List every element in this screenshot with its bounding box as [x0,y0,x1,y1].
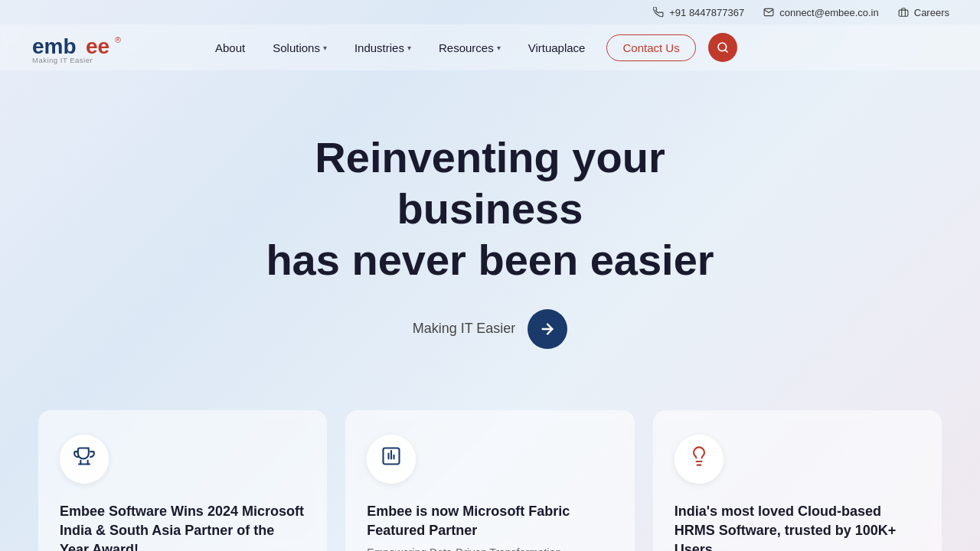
svg-rect-0 [899,10,908,16]
careers-label: Careers [914,7,949,18]
card-icon-wrap-1 [60,435,109,484]
nav-solutions[interactable]: Solutions ▾ [260,35,339,60]
hero-subtitle: Making IT Easier [413,321,516,337]
card-award[interactable]: Embee Software Wins 2024 Microsoft India… [38,410,327,551]
email-address: connect@embee.co.in [779,7,879,18]
phone-icon [652,6,665,18]
lightbulb-icon [688,445,710,472]
svg-text:®: ® [115,35,121,44]
main-nav: About Solutions ▾ Industries ▾ Resources… [203,33,949,62]
phone-number: +91 8447877367 [669,7,744,18]
card-fabric[interactable]: Embee is now Microsoft Fabric Featured P… [345,410,634,551]
logo[interactable]: emb ee ® Making IT Easier [31,31,157,64]
hero-subtitle-row: Making IT Easier [31,309,949,349]
svg-text:emb: emb [32,34,77,58]
card-sub-2: Empowering Data-Driven Transformation... [367,546,612,551]
card-icon-wrap-2 [367,435,416,484]
industries-chevron: ▾ [407,44,411,52]
email-item[interactable]: connect@embee.co.in [763,6,879,18]
phone-item[interactable]: +91 8447877367 [652,6,744,18]
header: emb ee ® Making IT Easier About Solution… [0,24,980,70]
hero-arrow-button[interactable] [528,309,567,349]
card-title-1: Embee Software Wins 2024 Microsoft India… [60,502,305,551]
nav-virtuaplace[interactable]: Virtuaplace [516,35,598,60]
trophy-icon [74,445,95,472]
solutions-chevron: ▾ [323,44,327,52]
cards-section: Embee Software Wins 2024 Microsoft India… [0,410,980,551]
svg-text:Making IT Easier: Making IT Easier [32,56,93,64]
search-button[interactable] [708,33,737,62]
logo-image: emb ee ® Making IT Easier [31,31,157,64]
nav-industries[interactable]: Industries ▾ [342,35,423,60]
card-title-2: Embee is now Microsoft Fabric Featured P… [367,502,612,540]
card-icon-wrap-3 [675,435,724,484]
card-title-3: India's most loved Cloud-based HRMS Soft… [675,502,920,551]
nav-about[interactable]: About [203,35,257,60]
nav-resources[interactable]: Resources ▾ [426,35,513,60]
contact-us-button[interactable]: Contact Us [606,34,695,61]
card-hrms[interactable]: India's most loved Cloud-based HRMS Soft… [653,410,942,551]
hero-section: Reinventing your business has never been… [0,70,980,395]
chart-icon [381,445,402,472]
svg-text:ee: ee [86,34,109,58]
briefcase-icon [897,6,910,18]
hero-title: Reinventing your business has never been… [222,132,758,286]
resources-chevron: ▾ [497,44,501,52]
topbar: +91 8447877367 connect@embee.co.in Caree… [0,0,980,24]
email-icon [763,6,775,18]
svg-line-6 [725,50,727,52]
careers-item[interactable]: Careers [897,6,949,18]
